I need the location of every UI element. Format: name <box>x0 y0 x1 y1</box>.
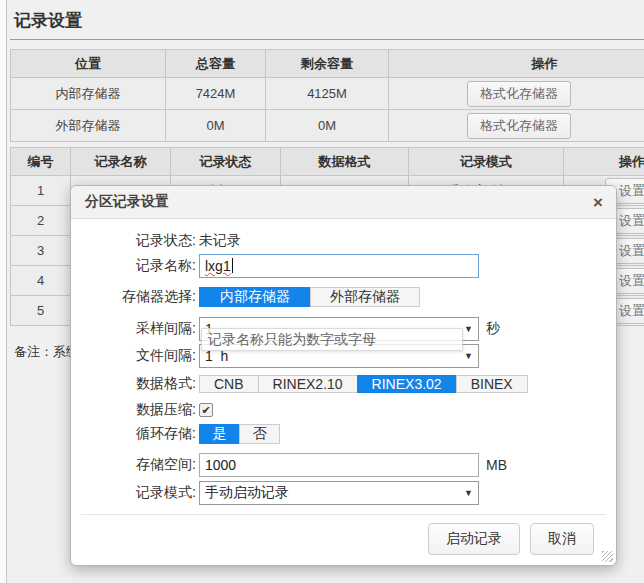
free-cell: 0M <box>266 110 389 142</box>
no-cell: 3 <box>11 236 71 266</box>
record-status-value: 未记录 <box>199 232 241 250</box>
col-no: 编号 <box>11 148 71 176</box>
data-compress-label: 数据压缩: <box>71 401 196 419</box>
no-cell: 4 <box>11 266 71 296</box>
record-mode-label: 记录模式: <box>71 484 196 502</box>
file-interval-label: 文件间隔: <box>71 347 196 365</box>
storage-table-header: 位置 总容量 剩余容量 操作 <box>11 50 644 78</box>
data-format-label: 数据格式: <box>71 375 196 393</box>
loop-yes-button[interactable]: 是 <box>199 424 240 444</box>
record-status-label: 记录状态: <box>71 232 196 250</box>
record-mode-value: 手动启动记录 <box>205 484 289 502</box>
format-binex-button[interactable]: BINEX <box>456 375 528 393</box>
chevron-down-icon: ▼ <box>464 488 473 498</box>
format-rinex302-button[interactable]: RINEX3.02 <box>357 375 457 393</box>
format-cnb-button[interactable]: CNB <box>199 375 259 393</box>
chevron-down-icon: ▼ <box>464 351 473 361</box>
dialog-title: 分区记录设置 <box>71 193 580 211</box>
col-name: 记录名称 <box>71 148 171 176</box>
storage-space-value: 1000 <box>205 457 236 473</box>
format-storage-button[interactable]: 格式化存储器 <box>467 81 571 107</box>
dialog-footer: 启动记录 取消 <box>71 515 616 555</box>
free-cell: 4125M <box>266 78 389 110</box>
col-status: 记录状态 <box>171 148 281 176</box>
col-free: 剩余容量 <box>266 50 389 78</box>
title-divider <box>10 39 644 40</box>
record-name-label: 记录名称: <box>71 257 196 275</box>
table-row: 内部存储器 7424M 4125M 格式化存储器 <box>11 78 644 110</box>
col-mode: 记录模式 <box>409 148 564 176</box>
no-cell: 5 <box>11 296 71 326</box>
storage-table: 位置 总容量 剩余容量 操作 内部存储器 7424M 4125M 格式化存储器 … <box>10 49 644 142</box>
loop-storage-label: 循环存储: <box>71 425 196 443</box>
chevron-down-icon: ▼ <box>464 324 473 334</box>
storage-space-label: 存储空间: <box>71 456 196 474</box>
start-record-button[interactable]: 启动记录 <box>428 523 520 555</box>
cancel-button[interactable]: 取消 <box>530 523 594 555</box>
dialog-body: 记录状态: 未记录 记录名称: lxg1 存储器选择: 内部存储器 外部存储器 … <box>71 219 616 505</box>
internal-storage-button[interactable]: 内部存储器 <box>199 287 311 307</box>
name-validation-tooltip: 记录名称只能为数字或字母 <box>201 328 463 351</box>
dialog-header: 分区记录设置 × <box>71 186 616 219</box>
record-name-value: lxg1 <box>205 258 231 274</box>
sample-unit: 秒 <box>486 320 500 338</box>
record-mode-select[interactable]: 手动启动记录 ▼ <box>199 481 479 505</box>
col-action: 操作 <box>389 50 644 78</box>
resize-handle[interactable] <box>602 551 613 562</box>
format-rinex210-button[interactable]: RINEX2.10 <box>258 375 358 393</box>
record-table-header: 编号 记录名称 记录状态 数据格式 记录模式 操作 <box>11 148 644 176</box>
left-edge-strip <box>0 0 7 583</box>
no-cell: 2 <box>11 206 71 236</box>
no-cell: 1 <box>11 176 71 206</box>
location-cell: 外部存储器 <box>11 110 166 142</box>
text-caret <box>232 258 233 273</box>
space-unit: MB <box>486 457 507 473</box>
total-cell: 0M <box>166 110 266 142</box>
col-total: 总容量 <box>166 50 266 78</box>
storage-space-input[interactable]: 1000 <box>199 453 479 477</box>
compress-checkbox[interactable]: ✔ <box>199 403 213 417</box>
col-format: 数据格式 <box>281 148 409 176</box>
external-storage-button[interactable]: 外部存储器 <box>310 287 420 307</box>
loop-no-button[interactable]: 否 <box>239 424 280 444</box>
close-icon[interactable]: × <box>580 194 616 211</box>
record-name-input[interactable]: lxg1 <box>199 254 479 278</box>
storage-select-label: 存储器选择: <box>71 288 196 306</box>
page-title: 记录设置 <box>8 0 644 39</box>
total-cell: 7424M <box>166 78 266 110</box>
location-cell: 内部存储器 <box>11 78 166 110</box>
format-storage-button[interactable]: 格式化存储器 <box>467 113 571 139</box>
sample-interval-label: 采样间隔: <box>71 320 196 338</box>
partition-record-settings-dialog: 分区记录设置 × 记录状态: 未记录 记录名称: lxg1 存储器选择: 内部存… <box>70 185 617 566</box>
table-row: 外部存储器 0M 0M 格式化存储器 <box>11 110 644 142</box>
col-location: 位置 <box>11 50 166 78</box>
col-op: 操作 <box>564 148 644 176</box>
